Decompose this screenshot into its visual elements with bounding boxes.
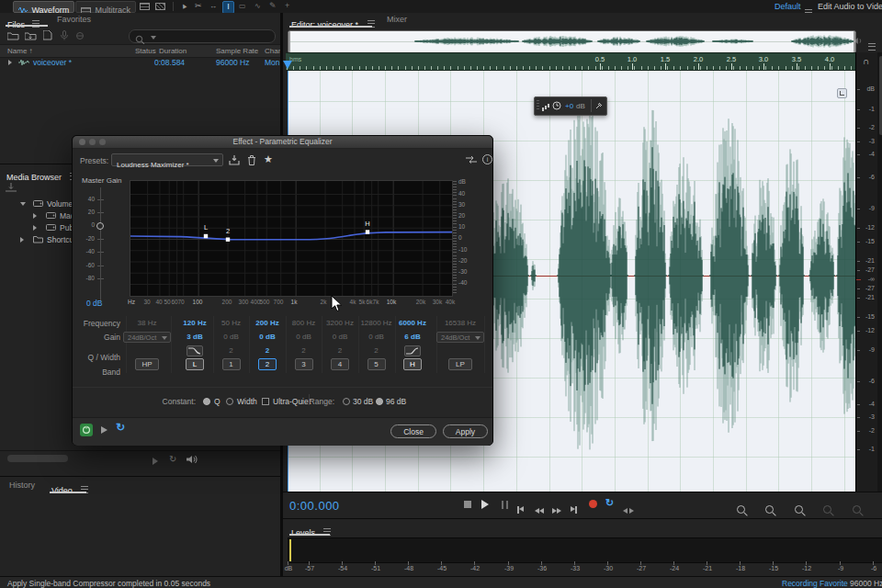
spectral-frequency-icon[interactable] [140,3,150,10]
preview-play-button[interactable] [101,426,107,434]
band-button-hp[interactable]: HP [135,358,159,370]
multitrack-view-button[interactable]: Multitrack [75,1,136,13]
media-browser-hscroll-thumb[interactable] [7,455,68,462]
parametric-eq-dialog[interactable]: Effect - Parametric Equalizer Presets: L… [72,135,493,446]
constant-q-radio[interactable] [203,398,210,405]
hud-grip[interactable] [537,100,539,111]
playhead-time[interactable]: 0:00.000 [289,499,340,513]
workspace-label[interactable]: Default [775,2,801,11]
files-search-input[interactable] [129,29,276,43]
tab-editor[interactable]: Editor: voiceover * [291,15,375,31]
constant-width-radio[interactable] [226,398,233,405]
recording-favorite-link[interactable]: Recording Favorite [782,579,848,588]
row-expander-icon[interactable] [8,60,12,65]
close-button[interactable]: Close [390,424,436,438]
skip-to-end-button[interactable] [571,501,577,517]
search-field[interactable] [153,31,267,42]
overview-menu-icon[interactable] [868,43,876,51]
hud-gain-value[interactable]: +0 [565,102,573,110]
amplitude-scale[interactable]: ∩ dB-1-2-3-4-6-9-12-15-21-27-∞-27-21-15-… [855,52,877,492]
apply-button[interactable]: Apply [443,424,488,438]
media-preview-play-icon[interactable] [153,458,158,465]
band-button-4[interactable]: 4 [331,358,349,370]
record-mic-icon[interactable] [61,30,68,40]
range-96db-label[interactable]: 96 dB [386,397,406,406]
paintbrush-tool-icon[interactable]: ✎ [269,1,277,10]
open-folder-icon[interactable] [7,31,19,40]
media-preview-speaker-icon[interactable] [187,455,198,464]
play-button[interactable] [481,500,489,509]
skip-to-start-button[interactable] [517,501,524,517]
band-q-value[interactable]: 2 [353,346,401,355]
levels-meter[interactable] [288,537,882,563]
ultra-quiet-label[interactable]: Ultra-Quiet [273,397,311,406]
col-name[interactable]: Name ↑ [7,47,33,55]
overview-handle-left[interactable] [288,31,290,52]
import-file-icon[interactable] [25,31,37,40]
band-frequency-value[interactable]: 38 Hz [123,319,171,327]
monitor-speaker-icon[interactable] [854,37,864,45]
tree-chevron-icon[interactable] [33,225,37,231]
editor-vscrollbar[interactable] [877,52,882,492]
zoom-in-time-icon[interactable] [737,505,745,514]
waveform-view-button[interactable]: Waveform [13,1,74,13]
low-shelf-icon[interactable] [187,345,203,356]
tree-chevron-icon[interactable] [33,213,37,219]
tab-history[interactable]: History [9,481,35,490]
timeline-ruler[interactable]: hms 0.51.01.52.02.53.03.54.04.55.05.56.0… [286,52,858,71]
tab-favorites[interactable]: Favorites [57,15,91,24]
band-button-1[interactable]: 1 [222,358,241,370]
col-sample-rate[interactable]: Sample Rate [216,47,258,55]
marquee-tool-icon[interactable]: ▭ [239,2,246,10]
lasso-tool-icon[interactable]: ∿ [254,2,261,10]
edit-audio-to-video-label[interactable]: Edit Audio to Video [818,2,882,11]
range-30db-label[interactable]: 30 dB [353,397,373,406]
move-tool-icon[interactable]: ▲ [178,1,188,12]
spot-healing-tool-icon[interactable]: + [285,1,289,10]
hud-panel[interactable]: +0 dB [534,96,607,116]
tab-video[interactable]: Video [51,481,88,497]
band-button-h[interactable]: H [403,358,422,370]
spectral-pitch-icon[interactable] [155,3,165,10]
zoom-reset-icon[interactable] [853,505,861,514]
tree-chevron-icon[interactable] [20,202,26,206]
stop-button[interactable] [464,501,471,508]
high-shelf-icon[interactable] [404,345,421,356]
zoom-out-time-icon[interactable] [765,505,774,514]
range-30db-radio[interactable] [343,398,350,405]
record-button[interactable] [589,500,597,508]
band-button-l[interactable]: L [186,358,204,370]
ultra-quiet-checkbox[interactable] [262,398,269,405]
range-96db-radio[interactable] [376,398,383,405]
band-gain-value[interactable]: 6 dB [389,333,436,341]
constant-width-label[interactable]: Width [237,397,257,406]
fast-forward-button[interactable] [552,501,561,517]
razor-tool-icon[interactable]: ✂ [195,1,202,10]
constant-q-label[interactable]: Q [214,397,220,406]
band-frequency-value[interactable]: 6000 Hz [389,319,436,327]
effect-power-toggle[interactable] [80,424,93,436]
corner-widget-icon[interactable] [837,88,847,98]
band-button-5[interactable]: 5 [368,358,386,370]
playhead-marker[interactable] [283,61,292,69]
solo-monitor-icon[interactable]: ∩ [863,56,869,66]
media-preview-loop-icon[interactable]: ↻ [169,454,176,464]
overview-strip[interactable] [288,30,856,53]
loop-playback-button[interactable]: ↻ [605,497,614,509]
slope-select[interactable]: 24dB/Oct [436,332,484,343]
tree-chevron-icon[interactable] [20,237,24,243]
link-media-icon[interactable] [75,31,85,40]
band-frequency-value[interactable]: 16538 Hz [436,319,484,327]
band-button-2[interactable]: 2 [258,358,277,370]
time-selection-tool-icon[interactable]: I [222,1,234,14]
col-status[interactable]: Status [135,47,156,55]
rewind-button[interactable] [535,501,544,517]
file-row-voiceover[interactable]: voiceover * 0:08.584 96000 Hz Mon [0,56,280,68]
tab-files[interactable]: Files [7,15,40,31]
hud-pin-icon[interactable] [595,101,604,109]
zoom-selection-icon[interactable] [823,505,831,514]
import-into-project-icon[interactable] [6,183,17,192]
col-duration[interactable]: Duration [159,47,187,55]
tab-mixer[interactable]: Mixer [387,15,407,24]
band-button-3[interactable]: 3 [295,358,313,370]
